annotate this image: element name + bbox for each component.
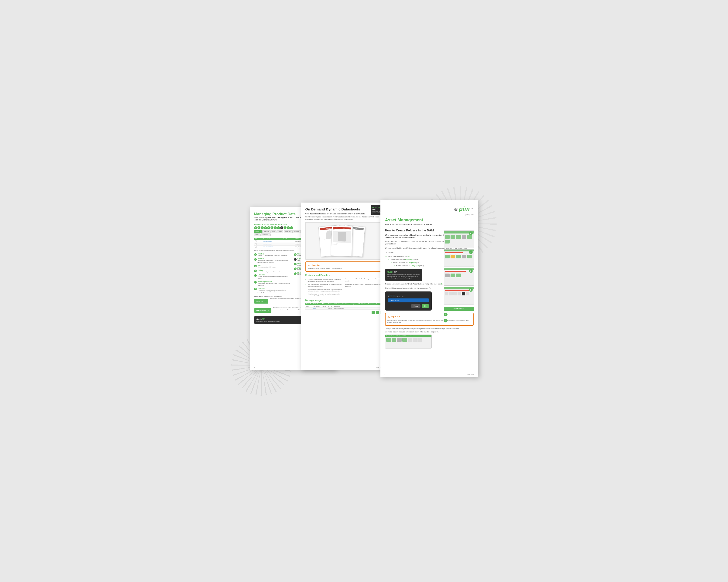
step-g-text2: Your folder creation and subfolder level… <box>385 331 439 333</box>
download-icons: ↓ ↓ ↓ <box>305 311 383 314</box>
epim-e-letter: e <box>454 205 458 213</box>
alias-title: Alias <box>258 265 276 266</box>
col-j: J <box>284 226 287 229</box>
screenshot-label-c: C <box>469 269 473 273</box>
file-2 <box>413 338 417 342</box>
col-g: G <box>274 226 277 229</box>
dialog-site: epim.online <box>388 294 429 296</box>
ds-product-image <box>333 230 351 243</box>
sb-folder-4 <box>462 255 466 258</box>
sa-folder-1 <box>445 235 450 239</box>
important-icon: ⚠ <box>308 264 310 267</box>
page-middle-footer: e-pim.co.uk <box>301 367 387 368</box>
sd-item-5 <box>462 292 465 296</box>
right-main-content: Asset Management How to create Asset fol… <box>385 218 474 350</box>
info-f: F Marketing Attributes Key features and … <box>254 281 292 286</box>
screenshot-b-folders <box>444 254 474 259</box>
screenshot-c-folders <box>444 273 474 278</box>
tab-details1[interactable]: Details 1 <box>254 230 262 233</box>
download-icon-1[interactable]: ↓ <box>371 311 375 314</box>
circle-i: I <box>294 258 296 261</box>
create-folder-button[interactable]: Create Folder <box>444 307 474 311</box>
screenshot-d-redbar <box>445 289 469 291</box>
sa-folder-6 <box>445 240 450 244</box>
tab-luckins[interactable]: LUCKINSlive <box>260 233 271 236</box>
bottom-screenshot-g: Assets / Product Images / Hand Dryers / … <box>385 335 432 349</box>
sd-item-2 <box>449 292 453 296</box>
actions-button[interactable]: Actions ▼ <box>254 299 268 304</box>
circle-j: J <box>294 263 296 266</box>
folder-arrow-4: → <box>393 265 395 267</box>
folder-1 <box>386 338 391 342</box>
tab-pricing[interactable]: Pricing <box>277 230 283 233</box>
details2-desc: Detailed SKU information – SEO descripti… <box>258 259 292 264</box>
col-f: F <box>270 226 274 229</box>
manage-images-title: Manage Images <box>305 299 383 302</box>
col-e: E <box>267 226 270 229</box>
download-icon-2[interactable]: ↓ <box>376 311 379 314</box>
screenshot-d-items <box>444 292 474 296</box>
asset-mgmt-subtitle: How to create Asset folders & add files … <box>385 223 474 226</box>
info-blocks-left: A Details 1 Primary SKU information – co… <box>254 253 292 294</box>
details1-title: Details 1 <box>258 253 288 255</box>
details2-title: Details 2 <box>258 258 292 259</box>
step-g-text: Once you have created the primary folder… <box>385 328 460 329</box>
page-left-number: 8 <box>254 367 255 368</box>
pricing-title: Pricing <box>258 269 282 271</box>
features-right: Your customised Dat... include brand pro… <box>345 278 383 297</box>
circle-a: A <box>254 253 257 256</box>
dialog-label: Please enter a Folder Name <box>388 296 429 298</box>
feature-2: Your unique Datasheet URLs can be used o… <box>305 283 343 288</box>
dialog-ok-btn[interactable]: OK <box>422 304 428 308</box>
tab-etim[interactable]: ETIM <box>254 233 260 236</box>
circle-e: E <box>254 274 257 277</box>
screenshot-label-b: B <box>469 250 473 254</box>
info-b: B Details 2 Detailed SKU information – S… <box>254 258 292 264</box>
sb-folder-1 <box>445 255 450 258</box>
circle-e-right: E <box>444 313 447 316</box>
file-1 <box>408 338 412 342</box>
quick-tip-right: Quick TIP Use a clear & consistent namin… <box>385 269 422 281</box>
dialog-input[interactable]: Create Folder <box>388 299 429 302</box>
dialog-input-text: Create Folder <box>390 300 400 301</box>
sd-item-1 <box>445 292 448 296</box>
feature-3: Our Header Management tool allows you to… <box>305 288 343 293</box>
dialog-cancel-btn[interactable]: Cancel <box>411 304 420 308</box>
col-b: B <box>257 226 260 229</box>
sa-folder-3 <box>456 235 461 239</box>
attrs-title: Attributes <box>258 274 292 276</box>
datasheets-button[interactable]: Datasheets ▼ <box>254 308 271 313</box>
circle-d: D <box>254 270 257 272</box>
dialog-buttons: Cancel OK <box>388 304 429 308</box>
file-3 <box>417 338 422 342</box>
tab-attributes[interactable]: Attributes <box>284 230 292 233</box>
tab-marketing[interactable]: Marketing <box>292 230 301 233</box>
sa-folder-2 <box>450 235 455 239</box>
feature-right-1: Your customised Dat... include brand pro… <box>345 278 383 282</box>
screenshot-b-redbar <box>445 252 463 253</box>
screenshot-b: B <box>444 249 474 267</box>
info-c: C Alias Other associated SKU codes. <box>254 265 292 268</box>
screenshot-label-a: A <box>469 231 473 235</box>
tab-details2[interactable]: Details 2 <box>262 230 270 233</box>
tab-alias[interactable]: Alias <box>270 230 276 233</box>
dialog-box: epim.online Please enter a Folder Name C… <box>385 292 432 310</box>
page-middle: Quick TIP Cust... Datasheets will includ… <box>301 202 387 370</box>
sb-folder-5 <box>467 255 472 258</box>
important-right-title: Important <box>391 315 401 318</box>
page-right: e pim ™ putting first Asset Management H… <box>381 200 478 377</box>
info-e: E Attributes All SKU level associated at… <box>254 274 292 280</box>
attrs-desc: All SKU level associated attributes and … <box>258 276 292 280</box>
mktg-title: Marketing Attributes <box>258 281 292 282</box>
step-g-note2: Your folder creation and subfolder level… <box>385 331 474 333</box>
circle-l: L <box>294 272 296 275</box>
sa-folder-5 <box>467 235 472 239</box>
screenshot-c: C <box>444 268 474 286</box>
ds-product-name: Series 8 Flashing LED Beacon <box>333 227 345 229</box>
col-c: C <box>261 226 264 229</box>
epim-pim-text: pim <box>459 205 470 213</box>
screenshot-d: D <box>444 287 474 305</box>
circle-c: C <box>254 265 257 267</box>
on-demand-text: We will work with you to create and styl… <box>305 216 383 220</box>
folder-arrow-1: → <box>385 255 387 257</box>
